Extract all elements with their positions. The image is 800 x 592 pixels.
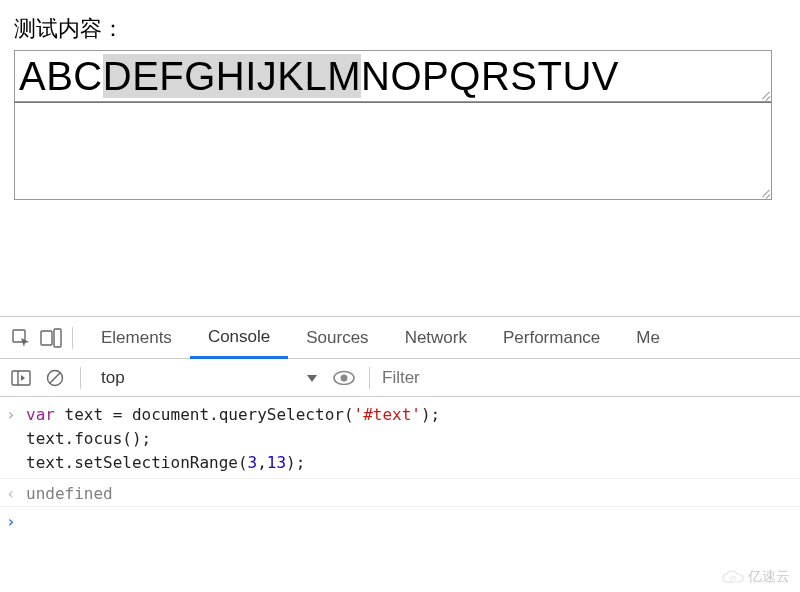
tab-elements[interactable]: Elements — [83, 317, 190, 359]
filter-input[interactable] — [382, 366, 582, 390]
console-output[interactable]: var text = document.querySelector('#text… — [0, 397, 800, 540]
text-after-selection: NOPQRSTUV — [361, 54, 619, 98]
console-result: undefined — [26, 483, 113, 505]
divider — [369, 367, 370, 389]
console-code-line: text.focus(); — [26, 428, 151, 450]
dropdown-triangle-icon — [307, 375, 317, 382]
prompt-chevron-icon — [6, 511, 26, 533]
tab-console[interactable]: Console — [190, 317, 288, 359]
context-value: top — [101, 368, 125, 388]
divider — [80, 367, 81, 389]
devtools-tabbar: Elements Console Sources Network Perform… — [0, 317, 800, 359]
tab-performance[interactable]: Performance — [485, 317, 618, 359]
inspect-element-icon[interactable] — [6, 317, 36, 359]
device-toolbar-icon[interactable] — [36, 317, 66, 359]
resize-handle-icon[interactable] — [758, 88, 770, 100]
console-code-line: text.setSelectionRange(3,13); — [26, 452, 305, 474]
watermark: ys 亿速云 — [722, 568, 790, 586]
tab-sources[interactable]: Sources — [288, 317, 386, 359]
resize-handle-icon[interactable] — [758, 186, 770, 198]
console-code-line: var text = document.querySelector('#text… — [26, 404, 440, 426]
input-chevron-icon — [6, 404, 26, 426]
svg-point-8 — [341, 374, 348, 381]
devtools-panel: Elements Console Sources Network Perform… — [0, 316, 800, 592]
output-chevron-icon — [6, 483, 26, 505]
textarea-2[interactable] — [14, 102, 772, 200]
gutter-spacer — [6, 452, 26, 474]
cloud-icon: ys — [722, 570, 744, 584]
svg-rect-1 — [41, 331, 52, 345]
tab-memory[interactable]: Me — [618, 317, 660, 359]
gutter-spacer — [6, 428, 26, 450]
form-label: 测试内容： — [14, 14, 786, 44]
toggle-sidebar-icon[interactable] — [8, 365, 34, 391]
svg-text:ys: ys — [730, 574, 738, 582]
console-toolbar: top — [0, 359, 800, 397]
watermark-text: 亿速云 — [748, 568, 790, 586]
svg-rect-2 — [54, 329, 61, 347]
clear-console-icon[interactable] — [42, 365, 68, 391]
context-selector[interactable]: top — [93, 365, 323, 391]
live-expression-icon[interactable] — [331, 365, 357, 391]
tab-network[interactable]: Network — [387, 317, 485, 359]
textarea-1[interactable]: ABCDEFGHIJKLMNOPQRSTUV — [14, 50, 772, 102]
selected-text: DEFGHIJKLM — [103, 54, 361, 98]
text-before-selection: ABC — [19, 54, 103, 98]
divider — [72, 327, 73, 349]
svg-line-6 — [50, 373, 60, 383]
